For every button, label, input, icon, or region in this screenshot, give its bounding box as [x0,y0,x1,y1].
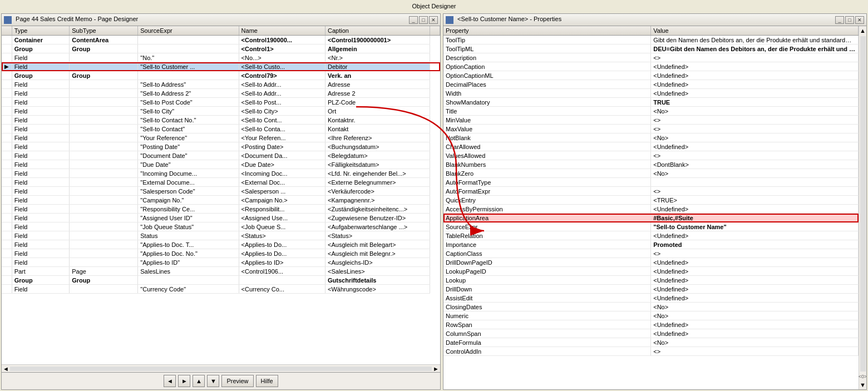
col-arrow [2,26,12,36]
table-row[interactable]: GroupGroup<Control79>Verk. an [2,71,440,80]
table-row[interactable]: Field"External Docume...<External Doc...… [2,178,440,187]
right-panel-title-bar: <Sell-to Customer Name> - Properties _ □… [443,14,866,26]
horizontal-scrollbar[interactable]: ◄ ► [2,364,440,372]
prop-row[interactable]: AutoFormatType [443,178,859,187]
table-row[interactable]: Field"Job Queue Status"<Job Queue S...<A… [2,222,440,231]
prop-row[interactable]: BlankZero<No> [443,169,859,178]
maximize-button[interactable]: □ [419,16,428,24]
prop-row[interactable]: QuickEntry<TRUE> [443,196,859,205]
props-icon [446,16,453,24]
prop-row[interactable]: ControlAddIn<> [443,347,859,356]
prop-row[interactable]: AutoFormatExpr<> [443,187,859,196]
hilfe-button[interactable]: Hilfe [256,375,278,387]
prop-row[interactable]: AssistEdit<Undefined> [443,294,859,303]
col-type-header: Type [12,26,70,36]
table-row[interactable]: Field"Sell-to Post Code"<Sell-to Post...… [2,98,440,107]
table-row[interactable]: Field"Your Reference"<Your Referen...<Ih… [2,133,440,142]
table-row[interactable]: Field"Assigned User ID"<Assigned Use...<… [2,214,440,222]
col-subtype-header: SubType [70,26,138,36]
table-row[interactable]: GroupGroupGutschriftdetails [2,276,440,285]
prop-row[interactable]: OptionCaptionML<Undefined> [443,71,859,80]
prop-row[interactable]: ToolTipMLDEU=Gibt den Namen des Debitors… [443,44,859,53]
grid-icon [4,16,12,24]
prop-row[interactable]: ClosingDates<No> [443,303,859,311]
prop-row[interactable]: LookupPageID<Undefined> [443,267,859,276]
prop-col-property: Property [443,26,651,36]
prop-row[interactable]: ApplicationArea#Basic,#Suite [443,214,859,222]
app-title: Object Designer [412,3,456,9]
prop-row[interactable]: SourceExpr"Sell-to Customer Name" [443,222,859,231]
table-row[interactable]: Field"No."<No...><Nr.> [2,53,440,62]
prop-row[interactable]: AccessByPermission<Undefined> [443,205,859,214]
table-row[interactable]: FieldStatus<Status><Status> [2,231,440,240]
scroll-up-icon[interactable]: ▲ [859,26,866,35]
prop-row[interactable]: CaptionClass<> [443,249,859,258]
prop-row[interactable]: ToolTipGibt den Namen des Debitors an, d… [443,36,859,44]
left-panel-title-bar: Page 44 Sales Credit Memo - Page Designe… [2,14,440,26]
prop-row[interactable]: MinValue<> [443,116,859,125]
table-row[interactable]: Field"Currency Code"<Currency Co...<Währ… [2,285,440,294]
table-row[interactable]: Field"Campaign No."<Campaign No.><Kampag… [2,196,440,205]
table-row[interactable]: Field"Incoming Docume...<Incoming Doc...… [2,169,440,178]
app-title-bar: Object Designer [0,0,868,12]
prop-row[interactable]: CharAllowed<Undefined> [443,142,859,151]
nav-up-button[interactable]: ▲ [193,375,205,387]
scroll-down-icon[interactable]: ▼ [859,380,866,389]
prop-row[interactable]: ValuesAllowed<> [443,151,859,160]
table-row[interactable]: PartPageSalesLines<Control1906...<SalesL… [2,267,440,276]
preview-button[interactable]: Preview [221,375,253,387]
prop-row[interactable]: ShowMandatoryTRUE [443,98,859,107]
prop-row[interactable]: MaxValue<> [443,125,859,133]
table-row[interactable]: Field"Due Date"<Due Date><Fälligkeitsdat… [2,160,440,169]
prop-row[interactable]: DrillDownPageID<Undefined> [443,258,859,267]
nav-prev-button[interactable]: ◄ [164,375,176,387]
designer-toolbar: ◄ ► ▲ ▼ Preview Hilfe [2,372,440,389]
col-caption-header: Caption [326,26,430,36]
side-value: <0> [859,374,866,379]
table-row[interactable]: Field"Salesperson Code"<Salesperson ...<… [2,187,440,196]
right-minimize-button[interactable]: _ [835,16,844,24]
prop-row[interactable]: BlankNumbers<DontBlank> [443,160,859,169]
prop-row[interactable]: RowSpan<Undefined> [443,320,859,329]
table-row[interactable]: Field"Responsibility Ce...<Responsibilit… [2,205,440,214]
prop-row[interactable]: ImportancePromoted [443,240,859,249]
table-row[interactable]: ContainerContentArea<Control190000...<Co… [2,36,440,44]
table-row[interactable]: Field"Applies-to ID"<Applies-to ID><Ausg… [2,258,440,267]
nav-next-button[interactable]: ► [178,375,190,387]
table-row[interactable]: Field"Posting Date"<Posting Date><Buchun… [2,142,440,151]
prop-row[interactable]: DrillDown<Undefined> [443,285,859,294]
table-row[interactable]: Field"Sell-to Address 2"<Sell-to Addr...… [2,89,440,98]
prop-row[interactable]: OptionCaption<Undefined> [443,62,859,71]
prop-row[interactable]: Description<> [443,53,859,62]
close-button[interactable]: ✕ [429,16,438,24]
scroll-right-icon[interactable]: ► [433,365,439,372]
table-row[interactable]: Field"Sell-to Contact No."<Sell-to Cont.… [2,116,440,125]
prop-col-value: Value [651,26,859,36]
prop-row[interactable]: NotBlank<No> [443,133,859,142]
table-row[interactable]: ▶Field"Sell-to Customer ...<Sell-to Cust… [2,62,440,71]
vertical-scrollbar[interactable]: ▲ <0> ▼ [859,26,866,389]
right-close-button[interactable]: ✕ [855,16,864,24]
table-row[interactable]: Field"Document Date"<Document Da...<Bele… [2,151,440,160]
table-row[interactable]: GroupGroup<Control1>Allgemein [2,44,440,53]
right-panel-title: <Sell-to Customer Name> - Properties [457,16,561,22]
scroll-left-icon[interactable]: ◄ [3,365,9,372]
table-row[interactable]: Field"Applies-to Doc. T...<Applies-to Do… [2,240,440,249]
prop-row[interactable]: Title<No> [443,107,859,116]
prop-row[interactable]: DecimalPlaces<Undefined> [443,80,859,89]
table-row[interactable]: Field"Sell-to Contact"<Sell-to Conta...K… [2,125,440,133]
prop-row[interactable]: Lookup<Undefined> [443,276,859,285]
right-maximize-button[interactable]: □ [845,16,854,24]
prop-row[interactable]: DateFormula<No> [443,338,859,347]
right-panel: <Sell-to Customer Name> - Properties _ □… [443,13,867,390]
prop-row[interactable]: ColumnSpan<Undefined> [443,329,859,338]
nav-down-button[interactable]: ▼ [207,375,219,387]
left-panel-title: Page 44 Sales Credit Memo - Page Designe… [16,16,138,22]
minimize-button[interactable]: _ [409,16,418,24]
prop-row[interactable]: TableRelation<Undefined> [443,231,859,240]
prop-row[interactable]: Width<Undefined> [443,89,859,98]
prop-row[interactable]: Numeric<No> [443,311,859,320]
table-row[interactable]: Field"Sell-to Address"<Sell-to Addr...Ad… [2,80,440,89]
table-row[interactable]: Field"Sell-to City"<Sell-to City>Ort [2,107,440,116]
table-row[interactable]: Field"Applies-to Doc. No."<Applies-to Do… [2,249,440,258]
